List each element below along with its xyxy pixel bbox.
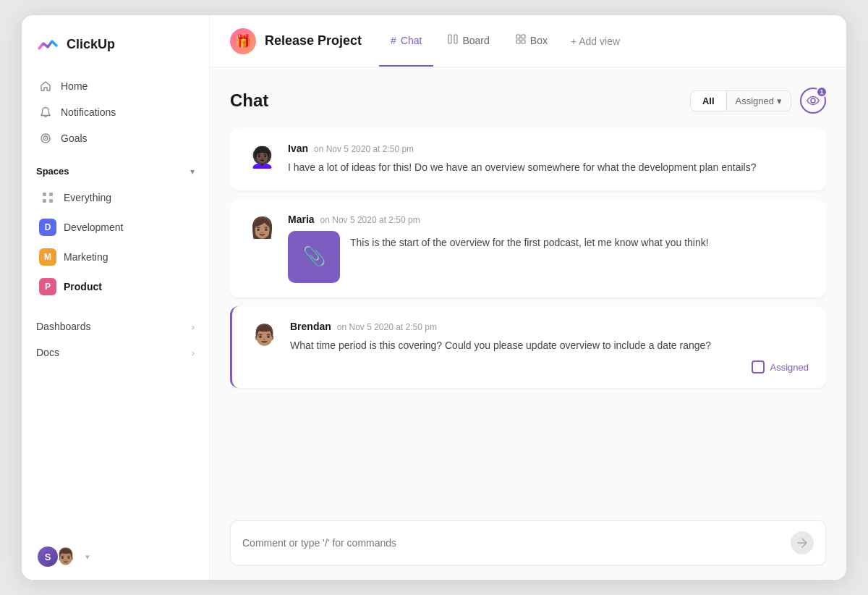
- development-dot: D: [39, 219, 56, 236]
- hash-icon: #: [391, 35, 396, 46]
- spaces-title: Spaces: [36, 166, 69, 177]
- spaces-list: Everything D Development M Marketing P P…: [22, 182, 209, 302]
- svg-rect-4: [49, 193, 53, 196]
- tab-board[interactable]: Board: [436, 15, 501, 67]
- sidebar-item-docs[interactable]: Docs ›: [22, 339, 209, 366]
- watch-button[interactable]: 1: [800, 88, 826, 114]
- box-icon: [516, 34, 526, 46]
- sidebar-bottom-links: Dashboards › Docs ›: [22, 313, 209, 366]
- sidebar-item-development-label: Development: [64, 221, 124, 233]
- watch-badge: 1: [816, 86, 827, 98]
- project-icon: 🎁: [230, 28, 256, 54]
- sidebar-item-home-label: Home: [61, 80, 88, 92]
- ivan-time: on Nov 5 2020 at 2:50 pm: [314, 144, 414, 154]
- svg-rect-6: [49, 199, 53, 203]
- ivan-message-body: Ivan on Nov 5 2020 at 2:50 pm I have a l…: [288, 143, 809, 176]
- chat-title: Chat: [230, 90, 268, 111]
- spaces-section: Spaces ▾: [22, 151, 209, 182]
- svg-rect-10: [522, 35, 525, 38]
- sidebar-item-everything[interactable]: Everything: [30, 183, 200, 212]
- ivan-author: Ivan: [288, 143, 308, 154]
- svg-point-2: [45, 138, 46, 139]
- docs-label: Docs: [36, 347, 59, 358]
- sidebar-item-goals[interactable]: Goals: [30, 125, 200, 151]
- topbar-tabs: # Chat Board Box + Add view: [379, 15, 629, 67]
- avatar-stack: S 👨🏽: [36, 545, 77, 568]
- chevron-right-icon-docs: ›: [192, 347, 195, 358]
- chevron-down-icon: ▾: [190, 166, 195, 177]
- attachment-thumbnail[interactable]: 📎: [288, 231, 340, 283]
- tab-box[interactable]: Box: [504, 15, 559, 67]
- spaces-header[interactable]: Spaces ▾: [36, 166, 195, 177]
- sidebar-item-goals-label: Goals: [61, 132, 88, 144]
- chat-header-right: All Assigned ▾ 1: [690, 88, 826, 114]
- dashboards-label: Dashboards: [36, 321, 91, 332]
- message-card: 👩🏿‍🦱 Ivan on Nov 5 2020 at 2:50 pm I hav…: [230, 128, 826, 190]
- ivan-text: I have a lot of ideas for this! Do we ha…: [288, 160, 809, 176]
- ivan-msg-meta: Ivan on Nov 5 2020 at 2:50 pm: [288, 143, 809, 154]
- grid-icon: [39, 189, 56, 206]
- tab-board-label: Board: [462, 35, 489, 46]
- svg-rect-11: [516, 40, 520, 43]
- sidebar-user-area: S 👨🏽 ▾: [22, 533, 209, 568]
- svg-rect-12: [522, 40, 525, 43]
- sidebar-item-marketing-label: Marketing: [64, 251, 108, 263]
- assigned-checkbox[interactable]: [752, 360, 765, 374]
- tab-box-label: Box: [530, 35, 548, 46]
- dropdown-chevron-icon: ▾: [777, 96, 782, 106]
- filter-all-button[interactable]: All: [691, 91, 726, 111]
- svg-rect-3: [43, 193, 46, 196]
- board-icon: [448, 34, 458, 46]
- chevron-right-icon: ›: [192, 321, 195, 332]
- sidebar-item-notifications-label: Notifications: [61, 106, 116, 118]
- avatar-primary: S: [36, 545, 59, 568]
- bell-icon: [39, 106, 52, 119]
- maria-author: Maria: [288, 214, 315, 225]
- sidebar-item-marketing[interactable]: M Marketing: [30, 242, 200, 271]
- goals-icon: [39, 132, 52, 145]
- filter-assigned-dropdown[interactable]: Assigned ▾: [726, 91, 791, 111]
- ivan-avatar: 👩🏿‍🦱: [247, 143, 276, 172]
- product-dot: P: [39, 278, 56, 295]
- brendan-msg-meta: Brendan on Nov 5 2020 at 2:50 pm: [290, 321, 809, 332]
- brendan-text: What time period is this covering? Could…: [290, 338, 809, 354]
- sidebar-item-product-label: Product: [64, 281, 102, 292]
- msg-footer: Assigned: [290, 360, 809, 374]
- brendan-message-body: Brendan on Nov 5 2020 at 2:50 pm What ti…: [290, 321, 809, 374]
- home-icon: [39, 80, 52, 93]
- add-view-button[interactable]: + Add view: [562, 31, 629, 51]
- user-menu-chevron[interactable]: ▾: [85, 552, 90, 562]
- message-card: 👩🏽 Maria on Nov 5 2020 at 2:50 pm 📎 This…: [230, 199, 826, 298]
- svg-point-13: [811, 98, 815, 103]
- maria-msg-meta: Maria on Nov 5 2020 at 2:50 pm: [288, 214, 809, 225]
- paperclip-icon: 📎: [302, 245, 326, 268]
- brendan-time: on Nov 5 2020 at 2:50 pm: [337, 322, 437, 332]
- sidebar: ClickUp Home Notifications Goals: [22, 15, 210, 580]
- tab-chat[interactable]: # Chat: [379, 15, 433, 67]
- assigned-label[interactable]: Assigned: [770, 362, 809, 373]
- maria-text: This is the start of the overview for th…: [350, 231, 709, 251]
- comment-area: [210, 509, 846, 580]
- logo-area: ClickUp: [22, 33, 209, 73]
- filter-assigned-label: Assigned: [736, 96, 774, 106]
- chat-header: Chat All Assigned ▾ 1: [230, 88, 826, 114]
- sidebar-item-dashboards[interactable]: Dashboards ›: [22, 313, 209, 339]
- sidebar-item-notifications[interactable]: Notifications: [30, 99, 200, 125]
- svg-rect-9: [516, 35, 520, 38]
- svg-rect-8: [454, 35, 457, 43]
- sidebar-item-product[interactable]: P Product: [30, 272, 200, 301]
- svg-rect-7: [448, 35, 451, 43]
- sidebar-item-development[interactable]: D Development: [30, 213, 200, 242]
- brendan-avatar: 👨🏽: [250, 321, 278, 350]
- marketing-dot: M: [39, 248, 56, 266]
- sidebar-item-home[interactable]: Home: [30, 73, 200, 99]
- main-content: 🎁 Release Project # Chat Board: [210, 15, 846, 580]
- send-icon: [796, 537, 808, 549]
- send-button[interactable]: [791, 531, 814, 554]
- comment-input[interactable]: [242, 537, 791, 549]
- add-view-label: + Add view: [571, 35, 620, 47]
- topbar: 🎁 Release Project # Chat Board: [210, 15, 846, 67]
- maria-message-body: Maria on Nov 5 2020 at 2:50 pm 📎 This is…: [288, 214, 809, 283]
- svg-rect-5: [43, 199, 46, 203]
- maria-avatar: 👩🏽: [247, 214, 276, 242]
